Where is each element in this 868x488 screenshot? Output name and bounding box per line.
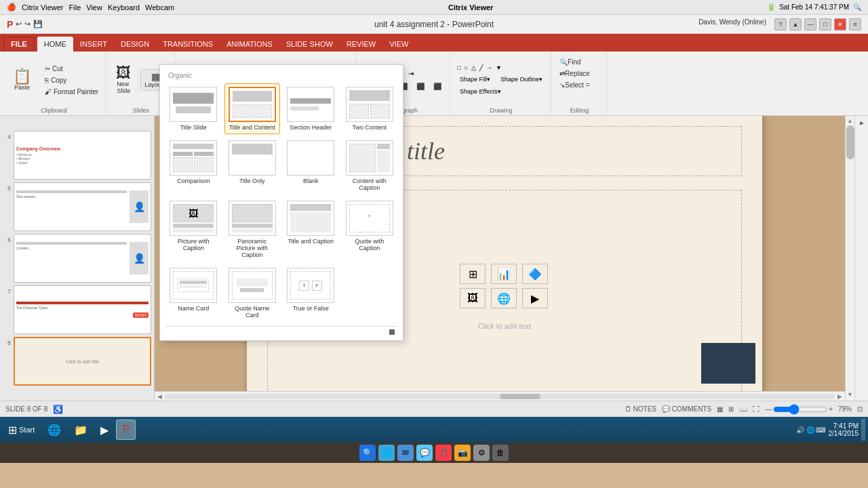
arrow-shape[interactable]: → — [485, 63, 494, 73]
view-slide-sorter-button[interactable]: ⊞ — [728, 405, 734, 413]
insert-chart-icon[interactable]: 📊 — [491, 264, 517, 284]
collapse-panel-button[interactable]: ▶ — [857, 119, 866, 127]
dock-messages[interactable]: 💬 — [416, 445, 433, 461]
dock-safari[interactable]: 🌐 — [378, 445, 395, 461]
h-scroll-thumb[interactable] — [500, 394, 540, 399]
window-close-button[interactable]: ✕ — [834, 18, 846, 30]
tab-insert[interactable]: INSERT — [73, 37, 114, 52]
copy-button[interactable]: ⎘ Copy — [42, 75, 101, 85]
zoom-range-input[interactable] — [773, 407, 827, 412]
tab-animations[interactable]: ANIMATIONS — [220, 37, 279, 52]
shape-fill-button[interactable]: Shape Fill▾ — [456, 74, 494, 85]
layout-item-title-content[interactable]: Title and Content — [224, 83, 281, 134]
slide-thumb-7[interactable]: 7 The Character Types SPORT — [3, 285, 151, 334]
window-maximize-button[interactable]: □ — [819, 18, 831, 30]
slide-thumb-6[interactable]: 6 Content... 👤 — [3, 234, 151, 283]
tab-review[interactable]: REVIEW — [340, 37, 382, 52]
replace-button[interactable]: ⇄ Replace — [557, 68, 593, 79]
dock-finder[interactable]: 🔍 — [359, 445, 376, 461]
slide-thumb-8[interactable]: 8 Click to add title — [3, 337, 151, 386]
start-button[interactable]: ⊞ Start — [3, 420, 40, 440]
increase-indent-button[interactable]: ⇥ — [404, 68, 418, 79]
slide-img-7[interactable]: The Character Types SPORT — [14, 285, 151, 334]
view-reading-button[interactable]: 📖 — [739, 405, 747, 413]
rect-shape[interactable]: □ — [456, 63, 462, 73]
layout-item-blank[interactable]: Blank — [283, 137, 339, 195]
columns-button[interactable]: ⬛ — [429, 81, 446, 92]
new-slide-button[interactable]: 🖼 NewSlide — [111, 63, 136, 97]
slide-img-5[interactable]: Text content... 👤 — [14, 182, 151, 231]
quick-access-redo[interactable]: ↪ — [24, 20, 31, 28]
slide-img-8[interactable]: Click to add title — [14, 337, 151, 386]
citrix-viewer-menu[interactable]: Citrix Viewer — [22, 3, 64, 12]
tab-view[interactable]: VIEW — [382, 37, 415, 52]
view-slideshow-button[interactable]: ⛶ — [753, 405, 760, 413]
insert-smartart-icon[interactable]: 🔷 — [522, 264, 548, 284]
layout-item-quote-caption[interactable]: " Quote with Caption — [342, 197, 398, 262]
dock-photos[interactable]: 📷 — [454, 445, 471, 461]
insert-table-icon[interactable]: ⊞ — [460, 264, 486, 284]
tab-file[interactable]: FILE — [3, 37, 35, 52]
dock-system[interactable]: ⚙ — [473, 445, 490, 461]
layout-item-name-card[interactable]: Name Card — [165, 264, 222, 322]
triangle-shape[interactable]: △ — [470, 63, 477, 73]
webcam-menu[interactable]: Webcam — [145, 3, 174, 12]
keyboard-menu[interactable]: Keyboard — [108, 3, 140, 12]
dropdown-resize-handle[interactable] — [389, 329, 395, 335]
slide-thumb-5[interactable]: 5 Text content... 👤 — [3, 182, 151, 231]
layout-item-comparison[interactable]: Comparison — [165, 137, 222, 195]
notes-button[interactable]: 🗒 NOTES — [625, 405, 656, 413]
slide-img-4[interactable]: Company Overview • About us• Mission• Go… — [14, 131, 151, 180]
paste-button[interactable]: 📋 Paste — [7, 64, 37, 96]
content-placeholder-text[interactable]: Click to add text — [478, 322, 531, 330]
layout-item-section-header[interactable]: Section Header — [283, 83, 339, 134]
view-menu[interactable]: View — [86, 3, 102, 12]
line-shape[interactable]: ╱ — [478, 63, 484, 73]
media-taskbar-item[interactable]: ▶ — [95, 420, 114, 440]
more-shapes[interactable]: ▼ — [494, 63, 503, 73]
scroll-left-button[interactable]: ◀ — [157, 393, 162, 400]
layout-item-title-slide[interactable]: Title Slide — [165, 83, 222, 134]
slide-thumb-4[interactable]: 4 Company Overview • About us• Mission• … — [3, 131, 151, 180]
zoom-out-button[interactable]: — — [765, 405, 772, 413]
ie-taskbar-item[interactable]: 🌐 — [42, 420, 66, 440]
dock-music[interactable]: 🎵 — [435, 445, 452, 461]
shape-effects-button[interactable]: Shape Effects▾ — [456, 86, 505, 97]
window-controls[interactable]: Davis, Wendy (Online) ? ▲ — □ ✕ ≡ — [698, 18, 861, 30]
vertical-scrollbar[interactable]: ▲ ▼ — [845, 116, 854, 401]
layout-item-two-content[interactable]: Two Content — [342, 83, 398, 134]
layout-item-title-only[interactable]: Title Only — [224, 137, 281, 195]
zoom-in-button[interactable]: + — [829, 405, 833, 413]
layout-item-true-false[interactable]: T F True or False — [283, 264, 339, 322]
scroll-thumb[interactable] — [846, 125, 854, 159]
insert-online-picture-icon[interactable]: 🌐 — [491, 288, 517, 308]
scroll-up-button[interactable]: ▲ — [846, 116, 854, 124]
quick-access-save[interactable]: 💾 — [33, 20, 43, 28]
tab-transitions[interactable]: TRANSITIONS — [156, 37, 220, 52]
quick-access-undo[interactable]: ↩ — [16, 20, 22, 28]
select-button[interactable]: ↘ Select = — [557, 80, 592, 90]
dock-mail[interactable]: ✉ — [397, 445, 414, 461]
window-minimize-button[interactable]: — — [804, 18, 816, 30]
scroll-right-button[interactable]: ▶ — [837, 393, 842, 400]
layout-item-content-caption[interactable]: Content with Caption — [342, 137, 398, 195]
justify-button[interactable]: ⬛ — [412, 81, 429, 92]
insert-picture-icon[interactable]: 🖼 — [460, 288, 486, 308]
explorer-taskbar-item[interactable]: 📁 — [68, 420, 93, 440]
horizontal-scrollbar[interactable]: ◀ ▶ — [155, 391, 845, 401]
tab-home[interactable]: HOME — [37, 37, 73, 52]
comments-button[interactable]: 💬 COMMENTS — [662, 405, 711, 413]
apple-icon[interactable]: 🍎 — [7, 3, 16, 12]
shape-outline-button[interactable]: Shape Outline▾ — [496, 74, 547, 85]
layout-item-quote-name-card[interactable]: Quote Name Card — [224, 264, 281, 322]
tab-slideshow[interactable]: SLIDE SHOW — [279, 37, 340, 52]
zoom-slider[interactable]: — + — [765, 405, 833, 413]
tab-design[interactable]: DESIGN — [114, 37, 156, 52]
powerpoint-taskbar-item[interactable]: P — [116, 420, 136, 440]
file-menu[interactable]: File — [69, 3, 81, 12]
cut-button[interactable]: ✂ Cut — [42, 64, 101, 74]
scroll-down-button[interactable]: ▼ — [847, 390, 853, 398]
insert-video-icon[interactable]: ▶ — [522, 288, 548, 308]
search-icon[interactable]: 🔍 — [853, 3, 861, 11]
slide-img-6[interactable]: Content... 👤 — [14, 234, 151, 283]
